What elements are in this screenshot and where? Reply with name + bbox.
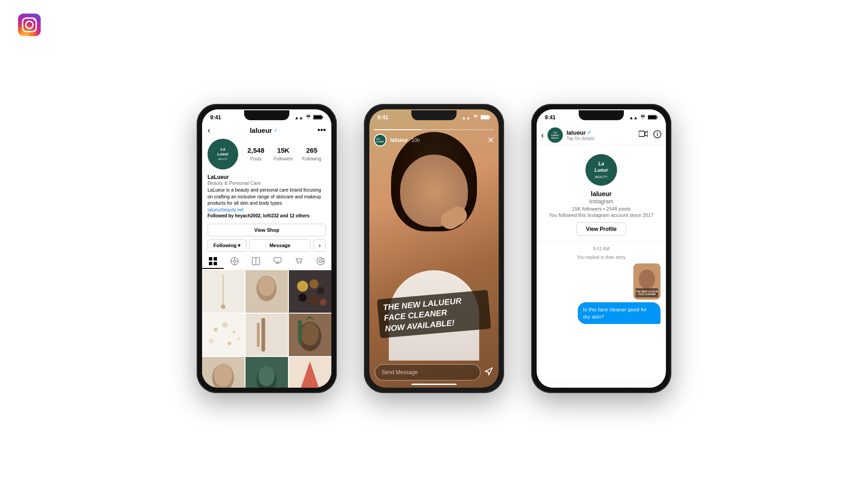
profile-link[interactable]: lalueurbeauty.net <box>208 207 326 212</box>
grid-item-9[interactable] <box>289 357 331 388</box>
story-user-row: LaLueur lalueur 10h ✕ <box>374 134 494 146</box>
story-background: 9:41 ▲▲ <box>369 109 499 388</box>
view-profile-button[interactable]: View Profile <box>576 222 626 236</box>
grid-item-2[interactable] <box>245 270 288 313</box>
tab-mentions[interactable] <box>310 254 331 269</box>
following-stat[interactable]: 265 Following <box>302 146 321 162</box>
svg-rect-74 <box>648 116 656 119</box>
followed-by-more: and 12 others <box>279 213 310 218</box>
grid-item-1[interactable] <box>202 270 245 313</box>
notch-1 <box>244 110 289 120</box>
view-shop-button[interactable]: View Shop <box>208 224 326 236</box>
grid-item-8[interactable] <box>245 357 288 388</box>
tab-collab[interactable] <box>245 254 267 269</box>
svg-point-44 <box>209 339 213 343</box>
tab-grid[interactable] <box>202 254 224 269</box>
video-call-button[interactable] <box>639 130 648 141</box>
svg-point-38 <box>309 295 319 305</box>
dm-header-name: lalueur ✓ <box>566 129 635 136</box>
story-swipe-indicator <box>411 384 457 385</box>
posts-count: 2,548 <box>247 146 264 154</box>
dm-input-area: Message... <box>537 382 666 388</box>
story-avatar[interactable]: LaLueur <box>374 134 387 146</box>
following-count: 265 <box>302 146 321 154</box>
wifi-icon-2 <box>472 115 479 120</box>
following-label: Following <box>302 156 321 161</box>
svg-point-57 <box>214 364 232 387</box>
svg-rect-71 <box>481 116 489 119</box>
story-username[interactable]: lalueur <box>390 137 408 143</box>
svg-point-35 <box>309 279 318 288</box>
dm-header-avatar-text: LaLueurBEAUTY <box>552 131 559 139</box>
wifi-icon <box>305 115 311 120</box>
svg-point-78 <box>657 132 658 133</box>
svg-rect-53 <box>298 320 302 343</box>
dm-username: lalueur <box>566 129 586 136</box>
svg-point-34 <box>297 281 308 291</box>
wifi-icon-3 <box>640 115 646 120</box>
story-close-button[interactable]: ✕ <box>487 135 494 145</box>
tab-reels[interactable] <box>224 254 245 269</box>
dm-camera-button[interactable] <box>541 387 554 388</box>
svg-point-52 <box>301 323 319 346</box>
profile-category: Beauty & Personal Care <box>208 180 326 186</box>
status-time-3: 9:41 <box>545 114 556 121</box>
dm-verified-badge: ✓ <box>587 130 591 136</box>
dm-profile-avatar-large-text: LaLueurBEAUTY <box>594 160 609 180</box>
dm-messages-area: 9:41 AM You replied to their story THE N… <box>537 242 666 382</box>
status-time-2: 9:41 <box>377 114 388 121</box>
dm-header-info: lalueur ✓ Tap for details <box>566 129 635 141</box>
posts-stat[interactable]: 2,548 Posts <box>247 146 264 162</box>
screen-dm: 9:41 ▲▲ ‹ LaLueurBEAUTY <box>537 109 666 388</box>
story-avatar-text: LaLueur <box>377 137 384 143</box>
svg-point-36 <box>317 287 325 294</box>
signal-icon-3: ▲▲ <box>629 115 638 120</box>
story-send-button[interactable] <box>484 367 493 378</box>
grid-item-5[interactable] <box>245 314 288 356</box>
grid-item-7[interactable] <box>202 357 245 388</box>
svg-rect-75 <box>657 116 658 118</box>
dm-story-thumbnail[interactable]: THE NEW LALUEUR FACE CLEANER <box>633 263 660 300</box>
more-button[interactable]: › <box>313 239 326 252</box>
dm-header: ‹ LaLueurBEAUTY lalueur ✓ Tap for detail… <box>537 126 666 145</box>
profile-stats-row: LaLueurBEAUTY 2,548 Posts 15K Followers … <box>202 135 331 173</box>
tab-shop[interactable] <box>288 254 310 269</box>
more-options-button[interactable]: ••• <box>317 126 326 135</box>
dm-header-avatar[interactable]: LaLueurBEAUTY <box>547 127 563 143</box>
info-button[interactable] <box>653 130 661 141</box>
following-button[interactable]: Following ▾ <box>208 239 246 252</box>
svg-rect-8 <box>213 257 217 261</box>
avatar-logo: LaLueurBEAUTY <box>217 147 228 161</box>
grid-item-6[interactable] <box>289 314 331 356</box>
dm-back-button[interactable]: ‹ <box>541 131 544 140</box>
story-progress-fill <box>374 129 422 130</box>
grid-item-4[interactable] <box>202 314 245 356</box>
dm-timestamp: 9:41 AM <box>542 246 660 251</box>
tab-tagged[interactable] <box>267 254 288 269</box>
svg-rect-19 <box>274 258 281 262</box>
screen-story: 9:41 ▲▲ <box>369 109 499 388</box>
story-message-placeholder: Send Message <box>382 369 418 375</box>
profile-tabs <box>202 254 331 269</box>
profile-header-username: lalueur <box>250 127 272 134</box>
dm-profile-avatar-large: LaLueurBEAUTY <box>585 154 617 186</box>
profile-info: LaLueur Beauty & Personal Care LaLueur i… <box>202 173 331 221</box>
back-button[interactable]: ‹ <box>208 126 210 135</box>
grid-item-3[interactable] <box>289 270 331 313</box>
story-message-input[interactable]: Send Message <box>375 364 481 380</box>
svg-point-37 <box>298 294 307 302</box>
svg-rect-10 <box>213 262 217 266</box>
message-button[interactable]: Message <box>249 239 311 252</box>
svg-rect-72 <box>490 116 491 118</box>
story-headline: THE NEW LALUEUR FACE CLEANERNOW AVAILABL… <box>377 290 491 338</box>
screen-profile: 9:41 ▲▲ ‹ lalueur ✓ <box>202 109 331 388</box>
dm-profile-card: LaLueurBEAUTY lalueur Instagram 15K foll… <box>537 145 666 242</box>
followers-stat[interactable]: 15K Followers <box>274 146 293 162</box>
profile-bio: LaLueur is a beauty and personal care br… <box>208 187 326 206</box>
phones-container: 9:41 ▲▲ ‹ lalueur ✓ <box>197 104 671 393</box>
story-top-bar: LaLueur lalueur 10h ✕ <box>369 126 499 148</box>
svg-line-24 <box>296 258 297 259</box>
followed-by-text: Followed by <box>208 213 235 218</box>
dm-text-input[interactable]: Message... <box>557 386 636 388</box>
profile-scroll: ‹ lalueur ✓ ••• LaLueurBEAUTY 2,548 <box>202 126 331 388</box>
